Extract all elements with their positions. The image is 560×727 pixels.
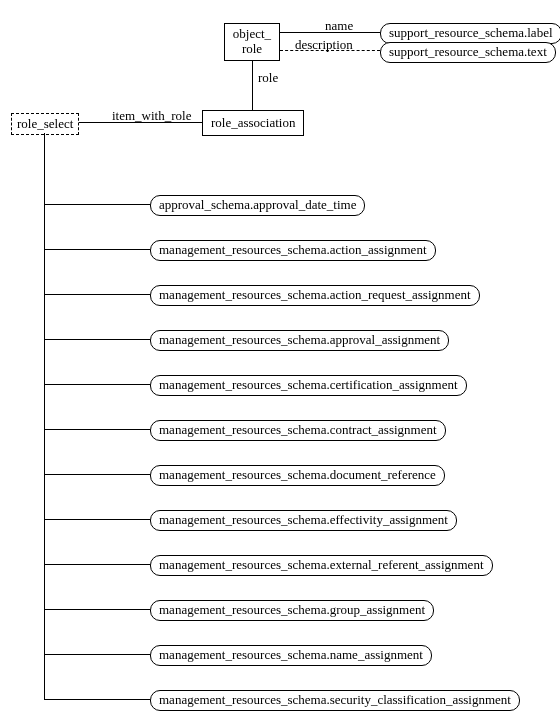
select-role-select: role_select bbox=[11, 113, 79, 135]
select-branch-line bbox=[44, 519, 150, 520]
entity-object-role: object_role bbox=[224, 23, 280, 61]
select-branch-line bbox=[44, 699, 150, 700]
attr-item-with-role: item_with_role bbox=[112, 108, 191, 124]
select-branch-line bbox=[44, 429, 150, 430]
attr-description: description bbox=[295, 37, 353, 53]
select-member: management_resources_schema.approval_ass… bbox=[150, 330, 449, 351]
select-member: management_resources_schema.group_assign… bbox=[150, 600, 434, 621]
select-branch-line bbox=[44, 294, 150, 295]
entity-object-role-label: object_role bbox=[233, 26, 271, 56]
select-branch-line bbox=[44, 384, 150, 385]
select-role-select-label: role_select bbox=[17, 116, 73, 131]
select-branch-line bbox=[44, 654, 150, 655]
select-member: management_resources_schema.effectivity_… bbox=[150, 510, 457, 531]
type-label: support_resource_schema.label bbox=[380, 23, 560, 44]
select-member: management_resources_schema.contract_ass… bbox=[150, 420, 446, 441]
select-member: management_resources_schema.certificatio… bbox=[150, 375, 467, 396]
attr-name: name bbox=[325, 18, 353, 34]
select-branch-line bbox=[44, 609, 150, 610]
select-member: management_resources_schema.action_reque… bbox=[150, 285, 480, 306]
type-text: support_resource_schema.text bbox=[380, 42, 556, 63]
entity-role-association-label: role_association bbox=[211, 115, 295, 130]
select-branch-line bbox=[44, 204, 150, 205]
attr-role: role bbox=[258, 70, 278, 86]
select-spine bbox=[44, 133, 45, 699]
select-branch-line bbox=[44, 564, 150, 565]
expressg-diagram: object_role name support_resource_schema… bbox=[0, 0, 560, 727]
select-member: management_resources_schema.security_cla… bbox=[150, 690, 520, 711]
select-member: approval_schema.approval_date_time bbox=[150, 195, 365, 216]
select-member: management_resources_schema.name_assignm… bbox=[150, 645, 432, 666]
select-branch-line bbox=[44, 339, 150, 340]
select-branch-line bbox=[44, 474, 150, 475]
select-branch-line bbox=[44, 249, 150, 250]
line-role bbox=[252, 60, 253, 110]
select-member: management_resources_schema.action_assig… bbox=[150, 240, 436, 261]
entity-role-association: role_association bbox=[202, 110, 304, 136]
select-member: management_resources_schema.document_ref… bbox=[150, 465, 445, 486]
select-member: management_resources_schema.external_ref… bbox=[150, 555, 493, 576]
